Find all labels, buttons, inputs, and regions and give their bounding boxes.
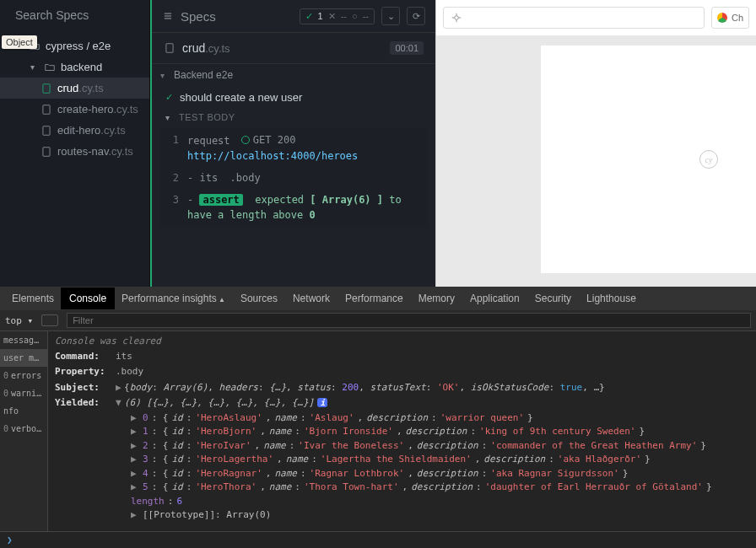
devtools-tab[interactable]: Performance insights ▲ (122, 293, 225, 304)
expand-icon[interactable]: ▶ (116, 381, 124, 395)
devtools-tab[interactable]: Console (61, 287, 115, 309)
devtools-tab[interactable]: Sources (240, 293, 278, 304)
cypress-logo-icon: cy (699, 150, 718, 169)
dropdown-button[interactable]: ⌄ (381, 7, 400, 25)
section-label: ▾ TEST BODY (152, 109, 435, 126)
expand-icon[interactable]: ▶ (131, 481, 139, 495)
console-array-item[interactable]: ▶5: {id: 'HeroThora', name: 'Thora Town-… (116, 481, 749, 495)
devtools-tabs: ElementsConsolePerformance insights ▲Sou… (0, 287, 756, 310)
console-filter-item[interactable]: user mes… (0, 349, 47, 367)
app-frame: cy (541, 46, 756, 273)
sidebar: + Object ▾ cypress / e2e ▾ backend crud.… (0, 0, 150, 287)
console-array-item[interactable]: ▶2: {id: 'HeroIvar', name: 'Ivar the Bon… (116, 439, 749, 454)
svg-rect-9 (166, 44, 173, 53)
command-log: Specs ✓1 ✕-- ○-- ⌄ ⟳ crud.cy.ts 00:01 ▾ … (150, 0, 435, 287)
test-steps: 1 request GET 200 http://localhost:4000/… (160, 129, 427, 226)
step[interactable]: 2 - its .body (160, 167, 427, 189)
console-sidebar: messagesuser mes…0errors0warningsnfo0ver… (0, 331, 48, 531)
spec-time: 00:01 (390, 41, 424, 55)
test-row[interactable]: ✓ should create a new user (152, 86, 435, 109)
expand-icon[interactable]: ▶ (131, 411, 139, 426)
folder-label: backend (61, 61, 102, 73)
devtools-tab[interactable]: Security (535, 293, 571, 304)
url-input[interactable] (469, 11, 697, 24)
chevron-down-icon: ▾ (165, 113, 174, 122)
svg-point-10 (455, 16, 459, 20)
devtools-tab[interactable]: Lighthouse (586, 293, 636, 304)
console-array-item[interactable]: ▶1: {id: 'HeroBjorn', name: 'Bjorn Irons… (116, 425, 749, 439)
expand-icon[interactable]: ▶ (131, 439, 139, 454)
file-icon (40, 125, 52, 137)
spec-file[interactable]: create-hero.cy.ts (0, 99, 149, 120)
reload-icon: ⟳ (413, 11, 420, 22)
console-array-item[interactable]: ▶4: {id: 'HeroRagnar', name: 'Ragnar Lot… (116, 467, 749, 481)
chrome-icon (717, 13, 727, 23)
console-prompt[interactable]: ❯ (0, 531, 756, 548)
chevron-down-icon: ⌄ (387, 11, 395, 22)
app-preview: Ch cy (435, 0, 756, 287)
context-select[interactable]: top ▾ (5, 315, 33, 326)
stats-pill: ✓1 ✕-- ○-- (300, 8, 375, 24)
info-badge-icon[interactable]: i (317, 398, 327, 407)
console-filter-input[interactable] (67, 313, 751, 328)
spec-file[interactable]: edit-hero.cy.ts (0, 120, 149, 141)
spec-tree: ▾ cypress / e2e ▾ backend crud.cy.tscrea… (0, 30, 149, 167)
reload-button[interactable]: ⟳ (407, 7, 425, 25)
file-icon (40, 104, 52, 116)
folder-icon (44, 62, 56, 73)
console-array-item[interactable]: ▶3: {id: 'HeroLagertha', name: 'Lagertha… (116, 453, 749, 467)
svg-rect-3 (43, 105, 50, 114)
file-icon (40, 83, 52, 94)
console-filter-item[interactable]: 0errors (0, 367, 47, 384)
status-dot-icon (241, 136, 250, 144)
tooltip: Object (2, 35, 37, 49)
expand-icon[interactable]: ▶ (131, 508, 139, 523)
console-filter-item[interactable]: messages (0, 331, 47, 349)
expand-icon[interactable]: ▶ (131, 467, 139, 481)
devtools-tab[interactable]: Application (470, 293, 520, 304)
url-box[interactable] (443, 7, 705, 29)
tree-folder-backend[interactable]: ▾ backend (0, 56, 149, 78)
svg-rect-2 (43, 83, 50, 93)
folder-label: cypress / e2e (46, 40, 111, 52)
specs-title: Specs (181, 9, 293, 24)
list-icon (162, 10, 174, 22)
console-filter-item[interactable]: 0verbose (0, 420, 47, 438)
target-icon (451, 12, 462, 24)
file-icon (164, 42, 176, 54)
chevron-down-icon: ▾ (160, 71, 169, 80)
suite-row[interactable]: ▾ Backend e2e (152, 64, 435, 86)
devtools-tab[interactable]: Memory (418, 293, 455, 304)
check-icon: ✓ (305, 11, 313, 22)
svg-rect-5 (43, 147, 50, 156)
devtools-tab[interactable]: Elements (12, 293, 54, 304)
console-cleared: Console was cleared (55, 335, 749, 349)
devtools-tab[interactable]: Performance (345, 293, 403, 304)
check-icon: ✓ (165, 92, 173, 103)
file-icon (40, 146, 52, 158)
devtools-tab[interactable]: Network (293, 293, 330, 304)
chevron-down-icon: ▾ (30, 62, 39, 72)
expand-icon[interactable]: ▶ (131, 453, 139, 467)
browser-selector[interactable]: Ch (711, 7, 749, 29)
expand-icon[interactable]: ▶ (131, 425, 139, 439)
spec-file[interactable]: routes-nav.cy.ts (0, 141, 149, 162)
console-output: Console was cleared Command:its Property… (48, 331, 756, 531)
collapse-icon[interactable]: ▼ (116, 396, 124, 411)
x-icon: ✕ (328, 11, 336, 22)
eye-icon[interactable] (41, 314, 58, 326)
step[interactable]: 1 request GET 200 http://localhost:4000/… (160, 129, 427, 167)
pending-icon: ○ (352, 11, 358, 21)
console-filter-item[interactable]: 0warnings (0, 384, 47, 402)
console-filter-item[interactable]: nfo (0, 402, 47, 420)
console-array-item[interactable]: ▶0: {id: 'HeroAslaug', name: 'Aslaug', d… (116, 411, 749, 426)
assert-badge: assert (199, 194, 242, 206)
search-input[interactable] (14, 8, 165, 23)
step[interactable]: 3 - assert expected [ Array(6) ] to have… (160, 189, 427, 226)
spec-file[interactable]: crud.cy.ts (0, 78, 149, 99)
svg-rect-4 (43, 126, 50, 135)
devtools: ElementsConsolePerformance insights ▲Sou… (0, 287, 756, 548)
spec-row[interactable]: crud.cy.ts 00:01 (152, 33, 435, 64)
